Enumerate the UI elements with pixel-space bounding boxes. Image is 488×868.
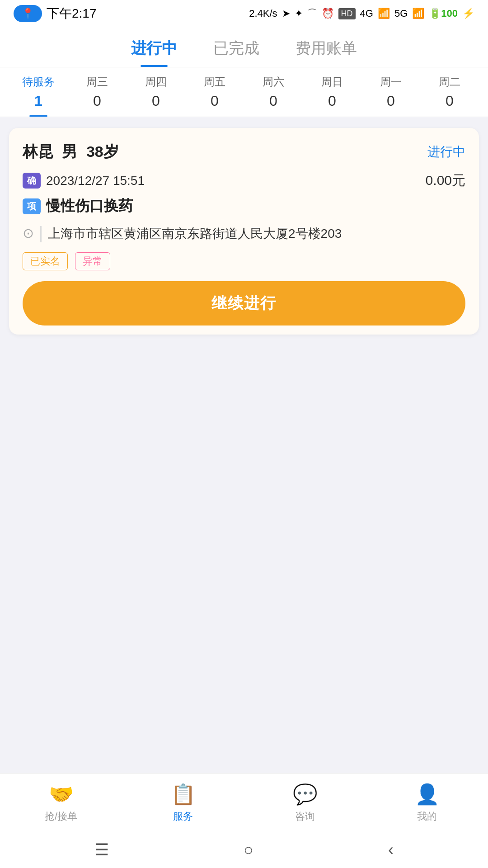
service-badge: 项 (23, 198, 41, 214)
week-bar: 待服务 1 周三 0 周四 0 周五 0 周六 0 周日 0 周一 0 周二 0 (0, 67, 488, 117)
mine-icon: 👤 (415, 783, 440, 806)
nav-label-service: 服务 (173, 810, 193, 823)
address-row: ⊙ 上海市市辖区黄浦区南京东路街道人民大厦2号楼203 (23, 224, 465, 243)
nav-item-service[interactable]: 📋 服务 (122, 783, 244, 823)
sys-menu-icon[interactable]: ☰ (94, 840, 109, 859)
send-icon: ➤ (282, 8, 290, 19)
nav-item-mine[interactable]: 👤 我的 (366, 783, 488, 823)
top-tab-bar: 进行中 已完成 费用账单 (0, 27, 488, 67)
nav-label-mine: 我的 (417, 810, 437, 823)
sys-back-icon[interactable]: ‹ (388, 840, 394, 859)
order-row: 确 2023/12/27 15:51 0.00元 (23, 171, 465, 190)
week-item-thu[interactable]: 周四 0 (127, 67, 185, 117)
continue-button[interactable]: 继续进行 (23, 281, 465, 326)
week-item-sun[interactable]: 周日 0 (303, 67, 361, 117)
address-text: 上海市市辖区黄浦区南京东路街道人民大厦2号楼203 (48, 224, 342, 243)
patient-gender: 男 (62, 143, 77, 160)
service-card: 林昆 男 38岁 进行中 确 2023/12/27 15:51 0.00元 项 … (9, 128, 479, 335)
signal-5g-icon: 📶 (412, 8, 424, 19)
tag-abnormal: 异常 (75, 252, 110, 270)
nav-item-consult[interactable]: 💬 咨询 (244, 783, 366, 823)
status-time: 下午2:17 (47, 5, 97, 22)
week-item-tue[interactable]: 周二 0 (420, 67, 479, 117)
week-item-mon[interactable]: 周一 0 (361, 67, 420, 117)
week-item-sat[interactable]: 周六 0 (244, 67, 303, 117)
nav-item-grab[interactable]: 🤝 抢/接单 (0, 783, 122, 823)
system-nav-bar: ☰ ○ ‹ (0, 832, 488, 868)
order-datetime: 2023/12/27 15:51 (46, 174, 145, 188)
order-left: 确 2023/12/27 15:51 (23, 173, 145, 189)
tab-in-progress[interactable]: 进行中 (131, 38, 177, 67)
confirm-badge: 确 (23, 173, 41, 189)
week-item-wed[interactable]: 周三 0 (68, 67, 127, 117)
week-item-pending[interactable]: 待服务 1 (9, 67, 68, 117)
alarm-icon: ⏰ (322, 8, 334, 19)
tab-billing[interactable]: 费用账单 (296, 38, 357, 67)
charging-icon: ⚡ (462, 8, 474, 19)
bottom-nav: 🤝 抢/接单 📋 服务 💬 咨询 👤 我的 (0, 773, 488, 832)
service-row: 项 慢性伤口换药 (23, 196, 465, 216)
nfc-icon: ⌒ (307, 7, 317, 20)
status-location: 📍 (14, 5, 42, 22)
address-divider (40, 226, 42, 242)
patient-info: 林昆 男 38岁 (23, 142, 119, 162)
service-nav-icon: 📋 (171, 783, 196, 806)
bluetooth-icon: ✦ (295, 8, 303, 19)
tag-realname: 已实名 (23, 252, 68, 270)
network-4g: 4G (360, 8, 373, 19)
sys-home-icon[interactable]: ○ (244, 840, 253, 859)
tag-row: 已实名 异常 (23, 252, 465, 270)
consult-icon: 💬 (293, 783, 318, 806)
status-right: 2.4K/s ➤ ✦ ⌒ ⏰ HD 4G 📶 5G 📶 🔋100 ⚡ (249, 7, 474, 20)
battery-icon: 🔋100 (429, 8, 458, 19)
order-price: 0.00元 (426, 171, 465, 190)
network-5g: 5G (394, 8, 408, 19)
nav-label-grab: 抢/接单 (45, 810, 77, 823)
patient-age: 38岁 (86, 143, 119, 160)
status-left: 📍 下午2:17 (14, 5, 97, 22)
grab-icon: 🤝 (49, 783, 74, 806)
patient-name: 林昆 (23, 143, 53, 160)
card-status-tag: 进行中 (427, 143, 465, 160)
nav-label-consult: 咨询 (295, 810, 315, 823)
hd-badge: HD (338, 8, 356, 19)
tab-completed[interactable]: 已完成 (213, 38, 259, 67)
status-bar: 📍 下午2:17 2.4K/s ➤ ✦ ⌒ ⏰ HD 4G 📶 5G 📶 🔋10… (0, 0, 488, 27)
main-content: 林昆 男 38岁 进行中 确 2023/12/27 15:51 0.00元 项 … (0, 117, 488, 773)
location-icon: 📍 (22, 8, 34, 19)
address-location-icon: ⊙ (23, 225, 34, 241)
card-header: 林昆 男 38岁 进行中 (23, 142, 465, 162)
speed-indicator: 2.4K/s (249, 8, 277, 19)
service-name: 慢性伤口换药 (46, 196, 133, 216)
week-item-fri[interactable]: 周五 0 (185, 67, 244, 117)
signal-icon: 📶 (378, 8, 390, 19)
